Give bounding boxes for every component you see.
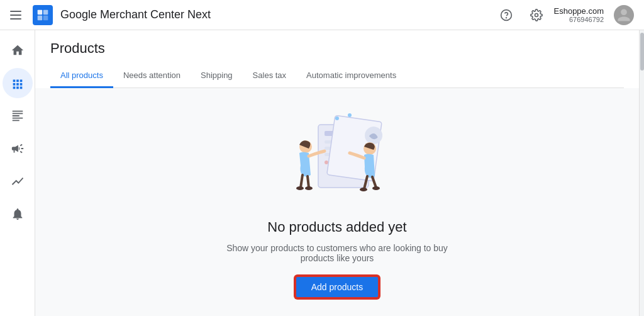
sidebar-item-marketing[interactable] xyxy=(3,133,33,164)
app-title: Google Merchant Center Next xyxy=(60,8,211,21)
empty-state-illustration xyxy=(268,106,406,206)
main-layout: Products All products Needs attention Sh… xyxy=(0,30,644,316)
add-products-button[interactable]: Add products xyxy=(295,276,380,298)
header: Google Merchant Center Next Eshoppe.com … xyxy=(0,0,644,30)
account-name: Eshoppe.com xyxy=(554,6,604,16)
sidebar-item-home[interactable] xyxy=(3,35,33,65)
scrollbar-thumb[interactable] xyxy=(640,33,644,71)
tab-all-products[interactable]: All products xyxy=(50,64,113,88)
tab-sales-tax[interactable]: Sales tax xyxy=(243,64,296,88)
header-left: Google Merchant Center Next xyxy=(10,5,494,25)
svg-point-6 xyxy=(535,13,538,16)
menu-icon[interactable] xyxy=(10,8,25,23)
sidebar xyxy=(0,30,35,316)
svg-point-24 xyxy=(372,186,380,190)
svg-point-26 xyxy=(348,113,352,117)
sidebar-item-notifications[interactable] xyxy=(3,199,33,229)
svg-point-20 xyxy=(296,186,304,190)
account-id: 676946792 xyxy=(569,16,604,23)
header-right: Eshoppe.com 676946792 xyxy=(494,3,635,28)
main-content: No products added yet Show your products… xyxy=(35,88,639,316)
empty-state-title: No products added yet xyxy=(267,219,406,235)
tab-shipping[interactable]: Shipping xyxy=(191,64,243,88)
account-info: Eshoppe.com 676946792 xyxy=(554,6,604,23)
sidebar-item-performance[interactable] xyxy=(3,166,33,196)
page-title: Products xyxy=(50,40,624,57)
scrollbar-track xyxy=(639,30,644,316)
sidebar-item-reports[interactable] xyxy=(3,101,33,131)
tab-automatic-improvements[interactable]: Automatic improvements xyxy=(296,64,406,88)
tabs-bar: All products Needs attention Shipping Sa… xyxy=(50,64,624,88)
content-area: Products All products Needs attention Sh… xyxy=(35,30,639,316)
svg-point-12 xyxy=(325,161,328,164)
avatar[interactable] xyxy=(614,5,634,25)
page-header: Products All products Needs attention Sh… xyxy=(35,30,639,88)
empty-state-subtitle: Show your products to customers who are … xyxy=(211,243,463,263)
svg-point-23 xyxy=(360,188,367,191)
svg-point-5 xyxy=(506,17,506,18)
settings-button[interactable] xyxy=(524,3,549,28)
svg-point-21 xyxy=(305,186,313,190)
svg-rect-3 xyxy=(43,15,48,20)
svg-rect-0 xyxy=(38,9,42,14)
logo-icon xyxy=(33,5,53,25)
tab-needs-attention[interactable]: Needs attention xyxy=(113,64,191,88)
svg-point-25 xyxy=(335,116,339,120)
svg-rect-2 xyxy=(38,15,42,20)
empty-state: No products added yet Show your products… xyxy=(211,106,463,298)
help-button[interactable] xyxy=(494,3,519,28)
svg-rect-1 xyxy=(43,9,48,14)
sidebar-item-products[interactable] xyxy=(3,68,33,98)
